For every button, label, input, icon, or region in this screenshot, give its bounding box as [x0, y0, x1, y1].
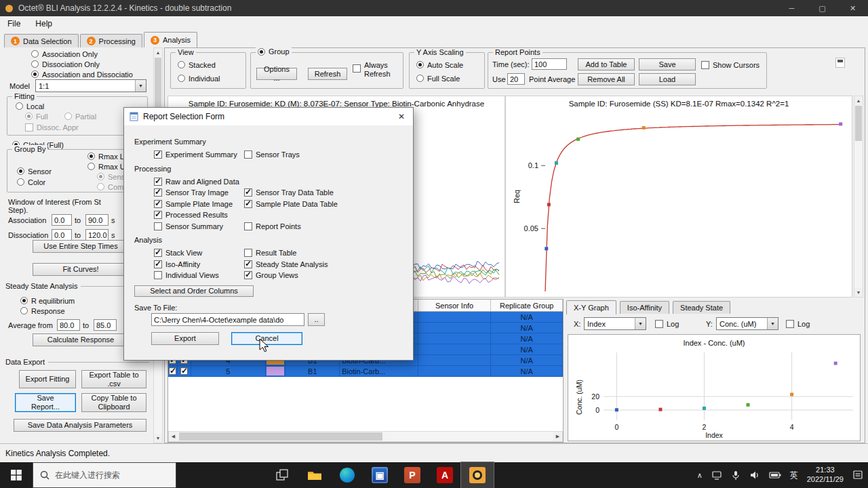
load-button[interactable]: Load	[639, 73, 696, 85]
radio-local-fit[interactable]: Local	[16, 101, 44, 111]
radio-dissociation-only[interactable]: Dissociation Only	[31, 59, 100, 69]
tab-xy-graph[interactable]: X-Y Graph	[566, 300, 616, 314]
radio-full-scale[interactable]: Full Scale	[416, 73, 460, 83]
checkbox-experiment-summary[interactable]: Experiment Summary	[154, 149, 237, 160]
checkbox-y-log[interactable]: Log	[786, 319, 810, 329]
octet-app-button[interactable]	[461, 462, 494, 488]
table-cell[interactable]	[418, 312, 492, 322]
chart-scrollbar[interactable]: ▲ ▼	[854, 96, 863, 298]
table-horizontal-scrollbar[interactable]: ◀ ▶	[168, 431, 563, 442]
tab-analysis[interactable]: 3 Analysis	[144, 32, 197, 47]
checkbox-icon[interactable]	[180, 367, 188, 375]
table-cell[interactable]	[418, 344, 492, 354]
dialog-close-button[interactable]: ✕	[390, 108, 413, 125]
tab-data-selection[interactable]: 1 Data Selection	[4, 34, 79, 47]
checkbox-report-points[interactable]: Report Points	[244, 221, 301, 232]
close-button[interactable]: ✕	[837, 0, 868, 16]
checkbox-sensor-tray-data-table[interactable]: Sensor Tray Data Table	[244, 187, 334, 198]
browse-button[interactable]: ..	[308, 313, 325, 326]
table-header-cell[interactable]: Sensor Info	[418, 300, 492, 311]
menu-file[interactable]: File	[0, 16, 28, 31]
model-select[interactable]: 1:1 ▼	[35, 79, 146, 92]
table-cell[interactable]: N/A	[491, 312, 563, 322]
dissociation-to-input[interactable]: 120.0	[85, 229, 108, 241]
file-explorer-button[interactable]	[298, 462, 331, 488]
table-cell[interactable]: Biotin-Carb...	[340, 366, 418, 376]
radio-group-by-sensor[interactable]: Sensor	[17, 166, 52, 176]
checkbox-always-refresh[interactable]: Always Refresh	[353, 61, 401, 79]
radio-partial-fit[interactable]: Partial	[64, 111, 96, 121]
edge-browser-button[interactable]	[331, 462, 363, 488]
xy-chart[interactable]: Index - Conc. (uM) Conc. (uM) 024020 Ind…	[568, 334, 861, 441]
checkbox-steady-state-analysis[interactable]: Steady State Analysis	[244, 259, 328, 270]
x-axis-select[interactable]: Index ▼	[584, 317, 646, 330]
tab-iso-affinity[interactable]: Iso-Affinity	[620, 301, 669, 314]
checkbox-sample-plate-image[interactable]: Sample Plate Image	[154, 199, 233, 209]
time-sec-input[interactable]: 100	[532, 58, 567, 70]
task-view-button[interactable]	[266, 462, 298, 488]
scroll-down-icon[interactable]: ▼	[154, 434, 162, 443]
select-and-order-columns-button[interactable]: Select and Order Columns	[134, 285, 254, 297]
scroll-right-icon[interactable]: ▶	[553, 432, 562, 441]
checkbox-group-views[interactable]: Group Views	[244, 270, 298, 281]
add-to-table-button[interactable]: Add to Table	[578, 58, 635, 70]
checkbox-show-cursors[interactable]: Show Cursors	[701, 60, 760, 70]
save-report-points-button[interactable]: Save	[639, 58, 696, 70]
checkbox-raw-and-aligned-data[interactable]: Raw and Aligned Data	[154, 176, 239, 187]
table-cell[interactable]	[418, 366, 492, 376]
scrollbar-thumb[interactable]	[179, 432, 382, 441]
checkbox-result-table[interactable]: Result Table	[244, 247, 296, 258]
table-cell[interactable]: N/A	[491, 366, 563, 376]
save-report-button[interactable]: Save Report...	[15, 393, 76, 412]
average-from-input[interactable]: 80.0	[57, 319, 80, 331]
options-button[interactable]: Options ...	[256, 68, 297, 80]
checkbox-iso-affinity[interactable]: Iso-Affinity	[154, 259, 200, 270]
save-data-analysis-parameters-button[interactable]: Save Data Analysis Parameters	[14, 419, 146, 432]
powerpoint-button[interactable]: P	[396, 462, 429, 488]
radio-association-and-dissociation[interactable]: Association and Dissociatio	[31, 69, 133, 79]
radio-association-only[interactable]: Association Only	[31, 49, 98, 59]
y-axis-select[interactable]: Conc. (uM) ▼	[716, 317, 778, 330]
radio-full-fit[interactable]: Full	[25, 111, 48, 121]
mini-scrollbar[interactable]	[835, 58, 845, 68]
refresh-button[interactable]: Refresh	[308, 68, 347, 80]
blue-app-button[interactable]: ▣	[363, 462, 396, 488]
checkbox-processed-results[interactable]: Processed Results	[154, 209, 228, 220]
table-cell[interactable]: N/A	[491, 323, 563, 333]
table-cell[interactable]	[266, 366, 286, 376]
checkbox-dissoc-appr[interactable]: Dissoc. Appr	[25, 122, 79, 132]
radio-group-by-color[interactable]: Color	[17, 177, 45, 187]
chevron-up-icon[interactable]: ∧	[697, 471, 703, 480]
file-path-input[interactable]: C:\Jerry Chen\4-Octet\example data\do	[151, 313, 304, 326]
dialog-titlebar[interactable]: Report Selection Form ✕	[124, 108, 413, 125]
table-header-cell[interactable]: Replicate Group	[491, 300, 563, 311]
radio-r-equilibrium[interactable]: R equilibrium	[20, 296, 75, 306]
radio-stacked[interactable]: Stacked	[178, 60, 216, 70]
scroll-left-icon[interactable]: ◀	[169, 432, 178, 441]
scroll-up-icon[interactable]: ▲	[854, 96, 863, 105]
maximize-button[interactable]: ▢	[807, 0, 837, 16]
association-to-input[interactable]: 90.0	[85, 214, 108, 226]
checkbox-sensor-summary[interactable]: Sensor Summary	[154, 221, 223, 232]
scrollbar-thumb[interactable]	[855, 106, 862, 141]
clock[interactable]: 21:33 2022/11/29	[807, 466, 844, 485]
notification-center-icon[interactable]	[852, 470, 864, 481]
checkbox-sensor-tray-image[interactable]: Sensor Tray Image	[154, 187, 229, 198]
scroll-up-icon[interactable]: ▲	[154, 48, 162, 57]
battery-icon[interactable]	[769, 471, 781, 479]
network-icon[interactable]	[711, 470, 722, 481]
checkbox-x-log[interactable]: Log	[655, 319, 679, 329]
table-cell[interactable]	[178, 366, 191, 376]
table-cell[interactable]: 5	[191, 366, 266, 376]
scroll-down-icon[interactable]: ▼	[854, 288, 863, 297]
calculate-response-button[interactable]: Calculate Response	[33, 333, 129, 346]
average-to-input[interactable]: 85.0	[94, 319, 117, 331]
radio-auto-scale[interactable]: Auto Scale	[416, 60, 463, 70]
remove-all-button[interactable]: Remove All	[578, 73, 635, 85]
acrobat-button[interactable]: A	[429, 462, 461, 488]
table-cell[interactable]: B1	[285, 366, 340, 376]
language-indicator[interactable]: 英	[790, 470, 798, 481]
association-from-input[interactable]: 0.0	[52, 214, 72, 226]
taskbar-search[interactable]: 在此键入进行搜索	[33, 462, 176, 488]
table-cell[interactable]: N/A	[491, 355, 563, 365]
